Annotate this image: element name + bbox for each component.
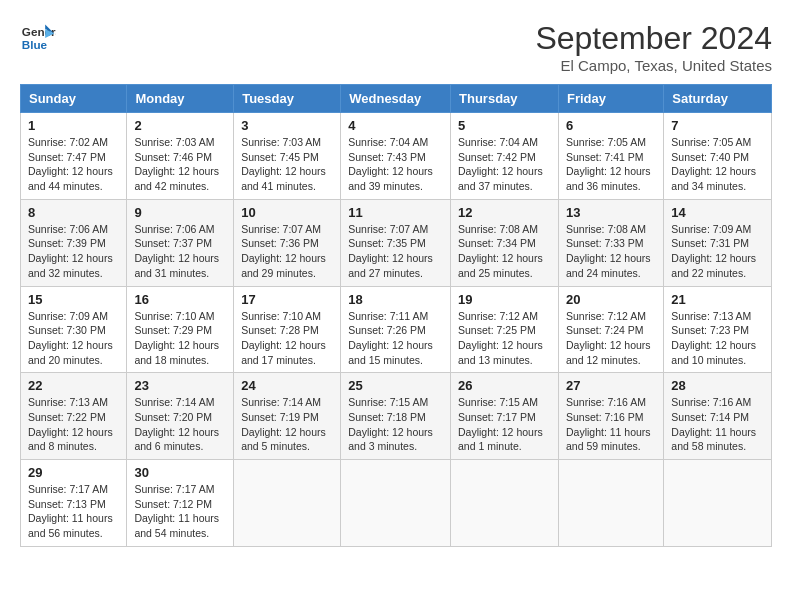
- calendar-cell: 15Sunrise: 7:09 AMSunset: 7:30 PMDayligh…: [21, 286, 127, 373]
- calendar-cell: 10Sunrise: 7:07 AMSunset: 7:36 PMDayligh…: [234, 199, 341, 286]
- day-number: 10: [241, 205, 333, 220]
- day-number: 23: [134, 378, 226, 393]
- day-info: Sunrise: 7:07 AMSunset: 7:36 PMDaylight:…: [241, 222, 333, 281]
- calendar-cell: 7Sunrise: 7:05 AMSunset: 7:40 PMDaylight…: [664, 113, 772, 200]
- day-number: 28: [671, 378, 764, 393]
- location: El Campo, Texas, United States: [535, 57, 772, 74]
- day-info: Sunrise: 7:17 AMSunset: 7:13 PMDaylight:…: [28, 482, 119, 541]
- calendar-cell: 5Sunrise: 7:04 AMSunset: 7:42 PMDaylight…: [451, 113, 559, 200]
- day-number: 26: [458, 378, 551, 393]
- day-number: 21: [671, 292, 764, 307]
- day-info: Sunrise: 7:14 AMSunset: 7:19 PMDaylight:…: [241, 395, 333, 454]
- day-number: 7: [671, 118, 764, 133]
- calendar-cell: 14Sunrise: 7:09 AMSunset: 7:31 PMDayligh…: [664, 199, 772, 286]
- day-info: Sunrise: 7:14 AMSunset: 7:20 PMDaylight:…: [134, 395, 226, 454]
- day-info: Sunrise: 7:03 AMSunset: 7:45 PMDaylight:…: [241, 135, 333, 194]
- day-info: Sunrise: 7:10 AMSunset: 7:29 PMDaylight:…: [134, 309, 226, 368]
- day-info: Sunrise: 7:17 AMSunset: 7:12 PMDaylight:…: [134, 482, 226, 541]
- day-number: 2: [134, 118, 226, 133]
- calendar-cell: 25Sunrise: 7:15 AMSunset: 7:18 PMDayligh…: [341, 373, 451, 460]
- calendar-cell: 1Sunrise: 7:02 AMSunset: 7:47 PMDaylight…: [21, 113, 127, 200]
- day-number: 8: [28, 205, 119, 220]
- day-of-week-header: Tuesday: [234, 85, 341, 113]
- day-of-week-header: Wednesday: [341, 85, 451, 113]
- day-of-week-header: Saturday: [664, 85, 772, 113]
- day-of-week-header: Friday: [558, 85, 663, 113]
- svg-text:Blue: Blue: [22, 38, 48, 51]
- calendar-cell: 12Sunrise: 7:08 AMSunset: 7:34 PMDayligh…: [451, 199, 559, 286]
- day-number: 9: [134, 205, 226, 220]
- day-info: Sunrise: 7:05 AMSunset: 7:41 PMDaylight:…: [566, 135, 656, 194]
- day-info: Sunrise: 7:08 AMSunset: 7:34 PMDaylight:…: [458, 222, 551, 281]
- calendar-cell: 29Sunrise: 7:17 AMSunset: 7:13 PMDayligh…: [21, 460, 127, 547]
- calendar-cell: 22Sunrise: 7:13 AMSunset: 7:22 PMDayligh…: [21, 373, 127, 460]
- day-number: 18: [348, 292, 443, 307]
- day-number: 14: [671, 205, 764, 220]
- day-info: Sunrise: 7:09 AMSunset: 7:31 PMDaylight:…: [671, 222, 764, 281]
- calendar-cell: 8Sunrise: 7:06 AMSunset: 7:39 PMDaylight…: [21, 199, 127, 286]
- day-number: 27: [566, 378, 656, 393]
- calendar-cell: 16Sunrise: 7:10 AMSunset: 7:29 PMDayligh…: [127, 286, 234, 373]
- day-number: 16: [134, 292, 226, 307]
- day-number: 17: [241, 292, 333, 307]
- day-info: Sunrise: 7:06 AMSunset: 7:39 PMDaylight:…: [28, 222, 119, 281]
- day-info: Sunrise: 7:05 AMSunset: 7:40 PMDaylight:…: [671, 135, 764, 194]
- day-number: 29: [28, 465, 119, 480]
- day-number: 11: [348, 205, 443, 220]
- day-number: 25: [348, 378, 443, 393]
- day-number: 15: [28, 292, 119, 307]
- day-info: Sunrise: 7:16 AMSunset: 7:14 PMDaylight:…: [671, 395, 764, 454]
- day-number: 20: [566, 292, 656, 307]
- calendar-cell: 2Sunrise: 7:03 AMSunset: 7:46 PMDaylight…: [127, 113, 234, 200]
- day-info: Sunrise: 7:07 AMSunset: 7:35 PMDaylight:…: [348, 222, 443, 281]
- calendar-cell: 17Sunrise: 7:10 AMSunset: 7:28 PMDayligh…: [234, 286, 341, 373]
- calendar-cell: 21Sunrise: 7:13 AMSunset: 7:23 PMDayligh…: [664, 286, 772, 373]
- calendar-cell: 3Sunrise: 7:03 AMSunset: 7:45 PMDaylight…: [234, 113, 341, 200]
- month-title: September 2024: [535, 20, 772, 57]
- calendar-cell: 19Sunrise: 7:12 AMSunset: 7:25 PMDayligh…: [451, 286, 559, 373]
- calendar-cell: 20Sunrise: 7:12 AMSunset: 7:24 PMDayligh…: [558, 286, 663, 373]
- day-info: Sunrise: 7:04 AMSunset: 7:43 PMDaylight:…: [348, 135, 443, 194]
- calendar-cell: [341, 460, 451, 547]
- calendar-cell: 4Sunrise: 7:04 AMSunset: 7:43 PMDaylight…: [341, 113, 451, 200]
- calendar-cell: [558, 460, 663, 547]
- day-of-week-header: Sunday: [21, 85, 127, 113]
- day-info: Sunrise: 7:12 AMSunset: 7:24 PMDaylight:…: [566, 309, 656, 368]
- calendar-cell: 24Sunrise: 7:14 AMSunset: 7:19 PMDayligh…: [234, 373, 341, 460]
- day-info: Sunrise: 7:16 AMSunset: 7:16 PMDaylight:…: [566, 395, 656, 454]
- day-number: 12: [458, 205, 551, 220]
- day-info: Sunrise: 7:04 AMSunset: 7:42 PMDaylight:…: [458, 135, 551, 194]
- logo-icon: General Blue: [20, 20, 56, 56]
- day-number: 4: [348, 118, 443, 133]
- calendar-cell: [234, 460, 341, 547]
- calendar-cell: 26Sunrise: 7:15 AMSunset: 7:17 PMDayligh…: [451, 373, 559, 460]
- calendar-cell: 23Sunrise: 7:14 AMSunset: 7:20 PMDayligh…: [127, 373, 234, 460]
- day-info: Sunrise: 7:08 AMSunset: 7:33 PMDaylight:…: [566, 222, 656, 281]
- page-header: General Blue September 2024 El Campo, Te…: [20, 20, 772, 74]
- calendar-cell: 9Sunrise: 7:06 AMSunset: 7:37 PMDaylight…: [127, 199, 234, 286]
- day-info: Sunrise: 7:15 AMSunset: 7:17 PMDaylight:…: [458, 395, 551, 454]
- day-number: 6: [566, 118, 656, 133]
- calendar-table: SundayMondayTuesdayWednesdayThursdayFrid…: [20, 84, 772, 547]
- day-number: 3: [241, 118, 333, 133]
- day-of-week-header: Monday: [127, 85, 234, 113]
- day-info: Sunrise: 7:11 AMSunset: 7:26 PMDaylight:…: [348, 309, 443, 368]
- day-number: 24: [241, 378, 333, 393]
- day-of-week-header: Thursday: [451, 85, 559, 113]
- calendar-cell: 6Sunrise: 7:05 AMSunset: 7:41 PMDaylight…: [558, 113, 663, 200]
- calendar-cell: 13Sunrise: 7:08 AMSunset: 7:33 PMDayligh…: [558, 199, 663, 286]
- day-number: 19: [458, 292, 551, 307]
- calendar-cell: 27Sunrise: 7:16 AMSunset: 7:16 PMDayligh…: [558, 373, 663, 460]
- calendar-cell: 30Sunrise: 7:17 AMSunset: 7:12 PMDayligh…: [127, 460, 234, 547]
- day-info: Sunrise: 7:13 AMSunset: 7:22 PMDaylight:…: [28, 395, 119, 454]
- calendar-cell: [451, 460, 559, 547]
- day-info: Sunrise: 7:03 AMSunset: 7:46 PMDaylight:…: [134, 135, 226, 194]
- logo: General Blue: [20, 20, 56, 56]
- day-info: Sunrise: 7:09 AMSunset: 7:30 PMDaylight:…: [28, 309, 119, 368]
- day-info: Sunrise: 7:12 AMSunset: 7:25 PMDaylight:…: [458, 309, 551, 368]
- day-info: Sunrise: 7:10 AMSunset: 7:28 PMDaylight:…: [241, 309, 333, 368]
- day-info: Sunrise: 7:02 AMSunset: 7:47 PMDaylight:…: [28, 135, 119, 194]
- calendar-cell: 28Sunrise: 7:16 AMSunset: 7:14 PMDayligh…: [664, 373, 772, 460]
- day-info: Sunrise: 7:15 AMSunset: 7:18 PMDaylight:…: [348, 395, 443, 454]
- day-number: 1: [28, 118, 119, 133]
